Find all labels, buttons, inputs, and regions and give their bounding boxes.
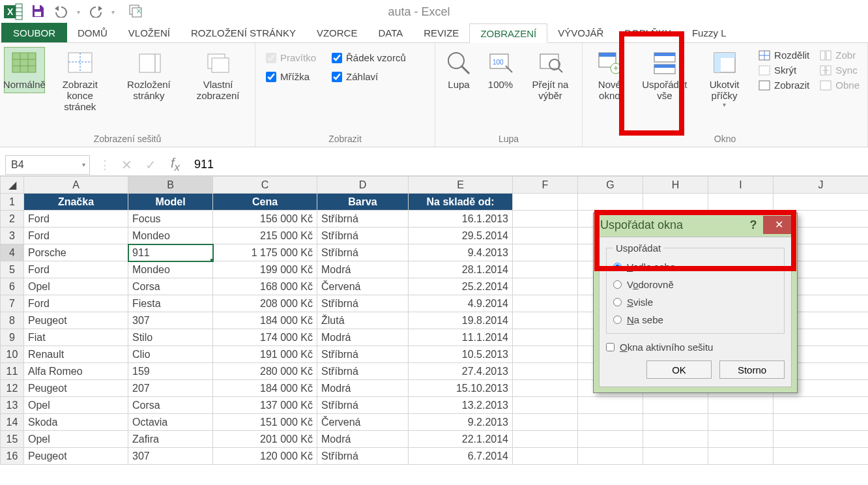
dialog-close-button[interactable]: ✕ [763, 216, 794, 234]
col-header-D[interactable]: D [317, 177, 409, 194]
cell[interactable]: 280 000 Kč [213, 363, 317, 380]
cell[interactable]: Mondeo [128, 261, 213, 278]
tab-file[interactable]: SOUBOR [1, 23, 67, 42]
formula-input[interactable] [188, 158, 868, 171]
cell[interactable] [513, 397, 578, 414]
cell[interactable]: 16.1.2013 [409, 211, 513, 228]
row-header-13[interactable]: 13 [1, 397, 24, 414]
page-break-button[interactable]: Zobrazit konce stránek [48, 47, 113, 115]
tab-view[interactable]: ZOBRAZENÍ [469, 23, 547, 43]
tab-home[interactable]: DOMŮ [67, 23, 118, 42]
cell[interactable]: 25.2.2014 [409, 278, 513, 295]
table-header-cell[interactable]: Cena [213, 194, 317, 211]
cell[interactable]: Stříbrná [317, 244, 409, 261]
page-layout-button[interactable]: Rozložení stránky [115, 47, 182, 104]
active-workbook-checkbox[interactable]: Okna aktivního sešitu [606, 342, 785, 353]
cell[interactable]: Corsa [128, 278, 213, 295]
cell[interactable]: Stříbrná [317, 397, 409, 414]
ok-button[interactable]: OK [646, 360, 712, 379]
row-header-6[interactable]: 6 [1, 278, 24, 295]
row-header-9[interactable]: 9 [1, 329, 24, 346]
tab-insert[interactable]: VLOŽENÍ [118, 23, 181, 42]
cell[interactable] [513, 346, 578, 363]
cell[interactable] [513, 414, 578, 431]
cell[interactable]: Ford [24, 211, 128, 228]
cell[interactable]: 208 000 Kč [213, 295, 317, 312]
row-header-14[interactable]: 14 [1, 414, 24, 431]
cell[interactable]: Stříbrná [317, 346, 409, 363]
unhide-button[interactable]: Zobrazit [759, 80, 809, 91]
col-header-J[interactable]: J [774, 177, 869, 194]
cell[interactable]: Clio [128, 346, 213, 363]
cell[interactable]: 22.1.2014 [409, 431, 513, 448]
cell[interactable] [578, 431, 643, 448]
radio-vertical[interactable]: Svisle [613, 297, 777, 308]
cell[interactable]: 184 000 Kč [213, 380, 317, 397]
radio-horizontal[interactable]: Vodorovně [613, 279, 777, 290]
col-header-B[interactable]: B [128, 177, 213, 194]
redo-dropdown-icon[interactable]: ▾ [111, 8, 115, 16]
cell[interactable] [708, 414, 774, 431]
cell[interactable] [578, 448, 643, 465]
tab-page-layout[interactable]: ROZLOŽENÍ STRÁNKY [181, 23, 306, 42]
tab-formulas[interactable]: VZORCE [306, 23, 368, 42]
headings-checkbox[interactable]: Záhlaví [332, 71, 406, 82]
cell[interactable]: 207 [128, 380, 213, 397]
custom-views-button[interactable]: Vlastní zobrazení [185, 47, 251, 104]
cell[interactable]: Peugeot [24, 448, 128, 465]
cell[interactable] [513, 329, 578, 346]
gridlines-checkbox[interactable]: Mřížka [266, 71, 316, 82]
redo-icon[interactable] [87, 5, 105, 20]
tab-data[interactable]: DATA [368, 23, 413, 42]
cell[interactable]: 1 175 000 Kč [213, 244, 317, 261]
cell[interactable] [513, 278, 578, 295]
dialog-help-button[interactable]: ? [744, 218, 763, 232]
tab-review[interactable]: REVIZE [413, 23, 469, 42]
cell[interactable]: 13.2.2013 [409, 397, 513, 414]
cell[interactable] [513, 244, 578, 261]
cell[interactable]: 174 000 Kč [213, 329, 317, 346]
col-header-G[interactable]: G [578, 177, 643, 194]
hide-button[interactable]: Skrýt [759, 65, 809, 76]
cell[interactable] [643, 397, 708, 414]
cell[interactable]: Opel [24, 397, 128, 414]
cell[interactable]: Focus [128, 211, 213, 228]
cancel-icon[interactable]: ✕ [115, 157, 139, 173]
cell[interactable]: 4.9.2014 [409, 295, 513, 312]
cell[interactable] [513, 312, 578, 329]
cell[interactable]: Stříbrná [317, 211, 409, 228]
cell[interactable]: 27.4.2013 [409, 363, 513, 380]
cell[interactable]: Opel [24, 278, 128, 295]
cell[interactable] [643, 414, 708, 431]
row-header-2[interactable]: 2 [1, 211, 24, 228]
row-header-4[interactable]: 4 [1, 244, 24, 261]
cell[interactable]: Fiat [24, 329, 128, 346]
radio-tile[interactable]: Vedle sebe [613, 261, 777, 272]
cell[interactable]: Modrá [317, 380, 409, 397]
select-all-cell[interactable]: ◢ [1, 177, 24, 194]
row-header-3[interactable]: 3 [1, 228, 24, 244]
cell[interactable]: 10.5.2013 [409, 346, 513, 363]
table-header-cell[interactable]: Značka [24, 194, 128, 211]
cell[interactable]: 151 000 Kč [213, 414, 317, 431]
spreadsheet-grid[interactable]: ◢ABCDEFGHIJ1ZnačkaModelCenaBarvaNa sklad… [0, 176, 868, 465]
tab-addins[interactable]: DOPLŇKY [614, 23, 682, 42]
cell[interactable]: 191 000 Kč [213, 346, 317, 363]
cell[interactable] [643, 431, 708, 448]
cell[interactable]: 137 000 Kč [213, 397, 317, 414]
name-box[interactable]: B4 [5, 155, 90, 175]
cell[interactable] [708, 431, 774, 448]
enter-icon[interactable]: ✓ [139, 157, 163, 173]
undo-dropdown-icon[interactable]: ▾ [77, 8, 80, 16]
radio-cascade[interactable]: Na sebe [613, 314, 777, 325]
col-header-A[interactable]: A [24, 177, 128, 194]
cell[interactable] [513, 431, 578, 448]
cell[interactable]: Ford [24, 228, 128, 244]
new-window-button[interactable]: + Nové okno [586, 47, 633, 104]
table-header-cell[interactable]: Na skladě od: [409, 194, 513, 211]
cell[interactable] [513, 448, 578, 465]
cell[interactable]: 159 [128, 363, 213, 380]
split-button[interactable]: Rozdělit [759, 50, 809, 61]
cell[interactable] [774, 397, 869, 414]
cancel-button[interactable]: Storno [719, 360, 785, 379]
